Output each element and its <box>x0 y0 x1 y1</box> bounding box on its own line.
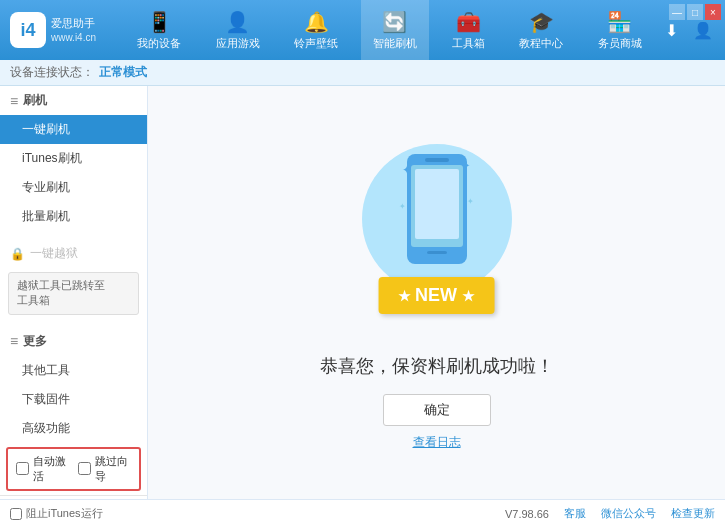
window-controls: — □ × <box>669 4 721 20</box>
no-itunes-checkbox[interactable] <box>10 508 22 520</box>
nav-tab-tutorial[interactable]: 🎓 教程中心 <box>507 0 575 60</box>
content-area: ✦ ✦ ✦ ✦ NEW 恭喜您，保资料刷机成功啦！ 确定 查看日志 <box>148 86 725 499</box>
tutorial-icon: 🎓 <box>529 10 554 34</box>
footer-link-service[interactable]: 客服 <box>564 506 586 521</box>
header: i4 爱思助手 www.i4.cn 📱 我的设备 👤 应用游戏 🔔 铃声壁纸 🔄 <box>0 0 725 60</box>
auto-activate-row: 自动激活 跳过向导 <box>6 447 141 491</box>
account-btn[interactable]: 👤 <box>691 18 715 42</box>
phone-svg: ✦ ✦ ✦ ✦ <box>397 149 477 289</box>
sidebar: ≡ 刷机 一键刷机 iTunes刷机 专业刷机 批量刷机 🔒 一键越狱 越狱工具… <box>0 86 148 499</box>
footer-left: 阻止iTunes运行 <box>10 506 103 521</box>
svg-text:✦: ✦ <box>399 202 406 211</box>
app-icon: 👤 <box>225 10 250 34</box>
nav-tab-smart-flash[interactable]: 🔄 智能刷机 <box>361 0 429 60</box>
sidebar-item-download-firmware[interactable]: 下载固件 <box>0 385 147 414</box>
close-btn[interactable]: × <box>705 4 721 20</box>
flash-icon: 🔄 <box>382 10 407 34</box>
svg-text:✦: ✦ <box>402 163 412 177</box>
svg-text:✦: ✦ <box>462 160 470 171</box>
sidebar-item-advanced[interactable]: 高级功能 <box>0 414 147 443</box>
lock-icon: 🔒 <box>10 247 25 261</box>
confirm-button[interactable]: 确定 <box>383 394 491 426</box>
logo-icon: i4 <box>10 12 46 48</box>
download-btn[interactable]: ⬇ <box>659 18 683 42</box>
sidebar-section-more: ≡ 更多 <box>0 327 147 356</box>
view-log-link[interactable]: 查看日志 <box>413 434 461 451</box>
footer-link-wechat[interactable]: 微信公众号 <box>601 506 656 521</box>
sidebar-item-one-click-flash[interactable]: 一键刷机 <box>0 115 147 144</box>
minimize-btn[interactable]: — <box>669 4 685 20</box>
nav-tab-app-game[interactable]: 👤 应用游戏 <box>204 0 272 60</box>
more-section-icon: ≡ <box>10 333 18 349</box>
footer: 阻止iTunes运行 V7.98.66 客服 微信公众号 检查更新 <box>0 499 725 527</box>
service-icon: 🏪 <box>607 10 632 34</box>
svg-rect-4 <box>427 251 447 254</box>
notice-box: 越狱工具已跳转至工具箱 <box>8 272 139 315</box>
skip-guide-checkbox[interactable] <box>78 462 91 475</box>
svg-text:✦: ✦ <box>467 197 474 206</box>
footer-link-update[interactable]: 检查更新 <box>671 506 715 521</box>
footer-right: V7.98.66 客服 微信公众号 检查更新 <box>505 506 715 521</box>
svg-rect-3 <box>425 158 449 162</box>
phone-illustration: ✦ ✦ ✦ ✦ NEW <box>357 134 517 334</box>
nav-tab-ringtone[interactable]: 🔔 铃声壁纸 <box>282 0 350 60</box>
sidebar-item-other-tools[interactable]: 其他工具 <box>0 356 147 385</box>
svg-rect-2 <box>415 169 459 239</box>
status-bar: 设备连接状态： 正常模式 <box>0 60 725 86</box>
sidebar-bottom: 自动激活 跳过向导 📱 iPhone 15 Pro Max 512GB iPho… <box>0 443 147 499</box>
success-title: 恭喜您，保资料刷机成功啦！ <box>320 354 554 378</box>
nav-tab-my-device[interactable]: 📱 我的设备 <box>125 0 193 60</box>
sidebar-disabled-jailbreak: 🔒 一键越狱 <box>0 239 147 268</box>
sidebar-item-pro-flash[interactable]: 专业刷机 <box>0 173 147 202</box>
nav-tab-toolbox[interactable]: 🧰 工具箱 <box>440 0 497 60</box>
device-icon: 📱 <box>147 10 172 34</box>
header-right: ⬇ 👤 <box>659 18 715 42</box>
logo-text: 爱思助手 www.i4.cn <box>51 16 96 43</box>
nav-tabs: 📱 我的设备 👤 应用游戏 🔔 铃声壁纸 🔄 智能刷机 🧰 工具箱 🎓 <box>120 0 659 60</box>
toolbox-icon: 🧰 <box>456 10 481 34</box>
sidebar-item-itunes-flash[interactable]: iTunes刷机 <box>0 144 147 173</box>
nav-tab-service[interactable]: 🏪 务员商城 <box>586 0 654 60</box>
sidebar-item-batch-flash[interactable]: 批量刷机 <box>0 202 147 231</box>
sidebar-section-flash: ≡ 刷机 <box>0 86 147 115</box>
flash-section-icon: ≡ <box>10 93 18 109</box>
ringtone-icon: 🔔 <box>304 10 329 34</box>
maximize-btn[interactable]: □ <box>687 4 703 20</box>
device-divider <box>0 495 147 496</box>
new-banner: NEW <box>378 277 495 314</box>
auto-activate-checkbox[interactable] <box>16 462 29 475</box>
logo-area: i4 爱思助手 www.i4.cn <box>10 12 120 48</box>
success-card: ✦ ✦ ✦ ✦ NEW 恭喜您，保资料刷机成功啦！ 确定 查看日志 <box>320 134 554 451</box>
